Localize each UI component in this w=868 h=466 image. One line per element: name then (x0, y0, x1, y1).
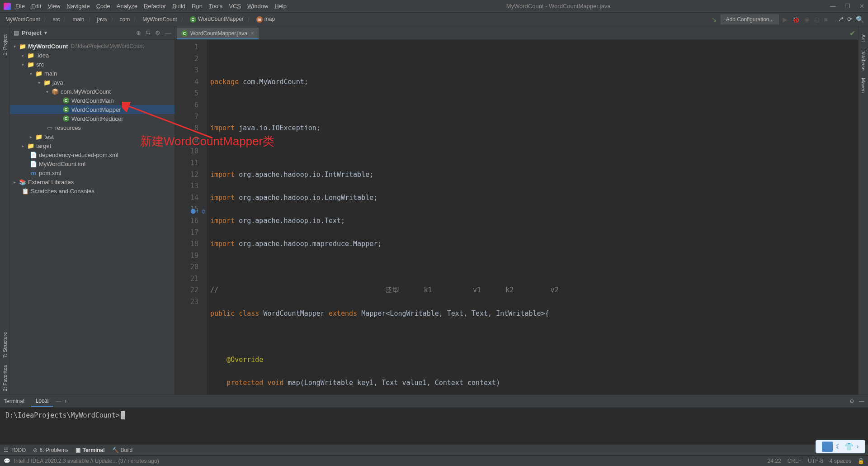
code-area[interactable]: 123 456 789 101112 1314 15⬤↑ @ 161718 19… (175, 40, 858, 395)
status-line-ending[interactable]: CRLF (788, 458, 802, 464)
tree-pom[interactable]: mpom.xml (10, 168, 175, 177)
right-tool-ant[interactable]: Ant (861, 34, 866, 42)
menu-vcs[interactable]: VCS (229, 3, 241, 10)
terminal-header: Terminal: Local — + ⚙ — (0, 395, 868, 408)
ime-widget[interactable]: 英 ☾ 👕 › (816, 440, 865, 453)
tool-todo[interactable]: ☰ TODO (4, 447, 26, 453)
status-update-text[interactable]: IntelliJ IDEA 2020.2.3 available // Upda… (14, 458, 159, 464)
left-tool-favorites[interactable]: 2: Favorites (2, 365, 8, 391)
code-content[interactable]: package com.MyWordCount; import java.io.… (207, 40, 858, 395)
left-tool-project[interactable]: 1: Project (2, 34, 8, 55)
menu-view[interactable]: View (47, 3, 60, 10)
menu-navigate[interactable]: Navigate (66, 3, 90, 10)
menu-file[interactable]: File (15, 3, 25, 10)
tree-external[interactable]: ▸📚External Libraries (10, 177, 175, 186)
bc-pkg[interactable]: MyWordCount (141, 15, 179, 24)
bc-root[interactable]: MyWordCount (4, 15, 42, 24)
tree-root[interactable]: ▾📁MyWordCountD:\IdeaProjects\MyWordCount (10, 42, 175, 51)
tree-target[interactable]: ▸📁target (10, 141, 175, 150)
coverage-icon[interactable]: ◉ (804, 16, 810, 23)
tab-wordcountmapper[interactable]: C WordCountMapper.java × (177, 28, 259, 39)
tree-package[interactable]: ▾📦com.MyWordCount (10, 87, 175, 96)
expand-icon[interactable]: ⇆ (146, 29, 151, 36)
title-bar: File Edit View Navigate Code Analyze Ref… (0, 0, 868, 13)
tree-class-mapper[interactable]: CWordCountMapper (10, 105, 175, 114)
project-tree: ▾📁MyWordCountD:\IdeaProjects\MyWordCount… (10, 40, 175, 395)
status-encoding[interactable]: UTF-8 (808, 458, 823, 464)
tab-close-icon[interactable]: × (251, 30, 254, 37)
build-icon[interactable]: ↘ (712, 16, 717, 23)
inspection-ok-icon[interactable]: ✔ (849, 29, 855, 38)
tree-idea[interactable]: ▸📁.idea (10, 51, 175, 60)
left-tool-gutter: 1: Project 7: Structure 2: Favorites (0, 26, 10, 395)
status-bar: 💬 IntelliJ IDEA 2020.2.3 available // Up… (0, 455, 868, 466)
menu-edit[interactable]: Edit (31, 3, 41, 10)
tree-iml[interactable]: 📄MyWordCount.iml (10, 159, 175, 168)
right-tool-maven[interactable]: Maven (861, 78, 866, 93)
bc-src[interactable]: src (51, 15, 61, 24)
menu-code[interactable]: Code (96, 3, 110, 10)
tool-problems[interactable]: ⊘ 6: Problems (33, 447, 68, 453)
menu-tools[interactable]: Tools (209, 3, 222, 10)
bc-java[interactable]: java (95, 15, 109, 24)
menu-refactor[interactable]: Refactor (144, 3, 166, 10)
nav-bar: MyWordCount〉 src〉 main〉 java〉 com〉 MyWor… (0, 13, 868, 26)
project-header: ▤ Project ▼ ⊕ ⇆ ⚙ — (10, 26, 175, 40)
tree-src[interactable]: ▾📁src (10, 60, 175, 69)
project-toggle-icon[interactable]: ▤ (14, 29, 19, 36)
close-icon[interactable]: ✕ (859, 3, 864, 10)
update-icon[interactable]: ⟳ (847, 16, 852, 23)
git-icon[interactable]: ⎇ (837, 16, 844, 23)
hide-icon[interactable]: — (165, 29, 171, 36)
tree-test[interactable]: ▸📁test (10, 132, 175, 141)
stop-icon[interactable]: ■ (824, 16, 828, 23)
window-controls: — ❐ ✕ (830, 3, 864, 10)
tree-java[interactable]: ▾📁java (10, 78, 175, 87)
search-icon[interactable]: 🔍 (856, 15, 864, 24)
status-lock-icon[interactable]: 🔓 (858, 458, 864, 464)
run-icon[interactable]: ▶ (783, 16, 788, 23)
terminal-hide-icon[interactable]: — (859, 398, 864, 404)
debug-icon[interactable]: 🐞 (792, 16, 800, 23)
terminal-panel: Terminal: Local — + ⚙ — D:\IdeaProjects\… (0, 395, 868, 444)
terminal-prompt: D:\IdeaProjects\MyWordCount> (5, 411, 120, 419)
tool-terminal[interactable]: ▣ Terminal (75, 447, 104, 453)
terminal-body[interactable]: D:\IdeaProjects\MyWordCount> (0, 408, 868, 444)
project-dropdown-icon[interactable]: ▼ (43, 30, 48, 35)
tree-class-reducer[interactable]: CWordCountReducer (10, 114, 175, 123)
bc-com[interactable]: com (118, 15, 132, 24)
select-opened-icon[interactable]: ⊕ (136, 29, 141, 36)
tree-dep-pom[interactable]: 📄dependency-reduced-pom.xml (10, 150, 175, 159)
line-gutter: 123 456 789 101112 1314 15⬤↑ @ 161718 19… (175, 40, 207, 395)
bottom-tool-bar: ☰ TODO ⊘ 6: Problems ▣ Terminal 🔨 Build (0, 444, 868, 455)
maximize-icon[interactable]: ❐ (845, 3, 850, 10)
terminal-settings-icon[interactable]: ⚙ (849, 398, 854, 404)
right-tool-database[interactable]: Database (861, 49, 866, 71)
profile-icon[interactable]: ◵ (814, 16, 820, 23)
menu-run[interactable]: Run (192, 3, 203, 10)
bc-method[interactable]: mmap (255, 15, 277, 24)
add-configuration-button[interactable]: Add Configuration... (721, 14, 778, 24)
left-tool-structure[interactable]: 7: Structure (2, 332, 8, 358)
status-position[interactable]: 24:22 (768, 458, 781, 464)
tree-resources[interactable]: ▭resources (10, 123, 175, 132)
minimize-icon[interactable]: — (830, 3, 836, 10)
bc-class[interactable]: CWordCountMapper (188, 15, 245, 24)
status-indent[interactable]: 4 spaces (830, 458, 851, 464)
menu-help[interactable]: Help (274, 3, 287, 10)
terminal-new-tab-icon[interactable]: + (64, 398, 67, 404)
bc-main[interactable]: main (71, 15, 86, 24)
main-area: 1: Project 7: Structure 2: Favorites ▤ P… (0, 26, 868, 395)
menu-build[interactable]: Build (172, 3, 185, 10)
ime-lang-badge: 英 (822, 442, 833, 452)
tree-scratches[interactable]: 📋Scratches and Consoles (10, 186, 175, 195)
settings-icon[interactable]: ⚙ (155, 29, 160, 36)
menu-analyze[interactable]: Analyze (117, 3, 137, 10)
project-panel: ▤ Project ▼ ⊕ ⇆ ⚙ — ▾📁MyWordCountD:\Idea… (10, 26, 175, 395)
tree-class-main[interactable]: CWordCountMain (10, 96, 175, 105)
status-notification-icon[interactable]: 💬 (4, 458, 10, 464)
terminal-tab-local[interactable]: Local (31, 396, 53, 407)
tree-main[interactable]: ▾📁main (10, 69, 175, 78)
menu-window[interactable]: Window (247, 3, 268, 10)
tool-build[interactable]: 🔨 Build (112, 447, 133, 453)
